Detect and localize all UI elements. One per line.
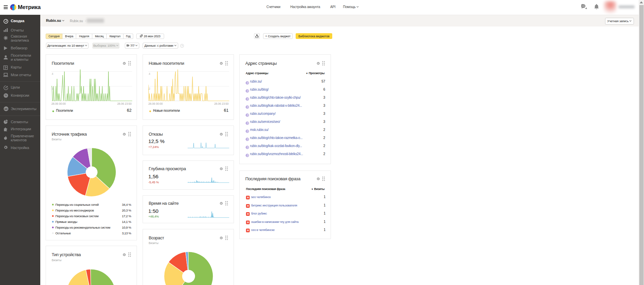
svg-text:Я: Я — [247, 212, 249, 216]
svg-text:%: % — [5, 94, 7, 97]
svg-text:ab: ab — [4, 107, 7, 110]
svg-text:Я: Я — [247, 221, 249, 224]
svg-text:Я: Я — [247, 204, 249, 207]
svg-text:Я: Я — [247, 229, 249, 232]
svg-text:Я: Я — [247, 196, 249, 199]
